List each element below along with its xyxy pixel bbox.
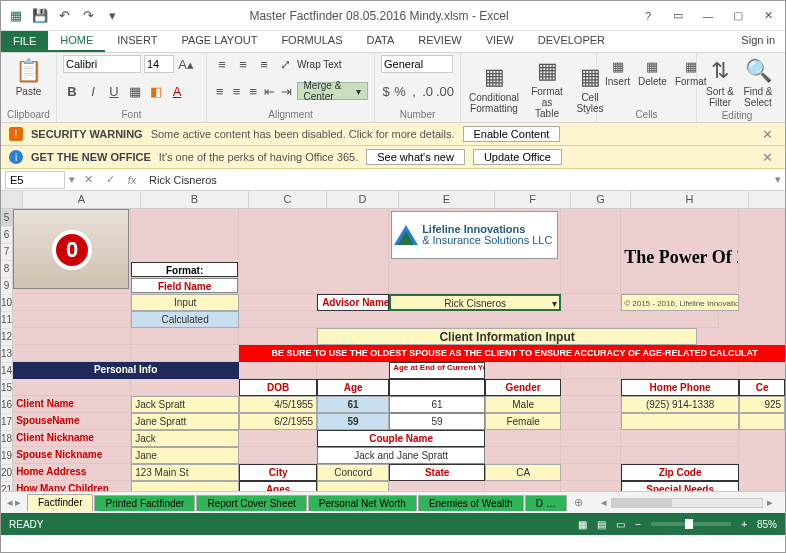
align-top-icon[interactable]: ≡: [213, 55, 231, 73]
save-icon[interactable]: 💾: [29, 5, 51, 27]
font-color-icon[interactable]: A: [168, 82, 186, 100]
align-left-icon[interactable]: ≡: [213, 82, 227, 100]
company-logo: Lifeline Innovations& Insurance Solution…: [391, 211, 558, 259]
info-icon: i: [9, 150, 23, 164]
underline-icon[interactable]: U: [105, 82, 123, 100]
group-number: Number: [381, 109, 454, 120]
help-icon[interactable]: ?: [635, 6, 661, 26]
font-size-select[interactable]: [144, 55, 174, 73]
hscroll-left-icon[interactable]: ◂: [597, 496, 611, 509]
zoom-level[interactable]: 85%: [757, 519, 777, 530]
italic-icon[interactable]: I: [84, 82, 102, 100]
delete-cells-button[interactable]: ▦Delete: [636, 55, 669, 89]
row-headers[interactable]: 5 6 7 8 9 10 11 12 13 14 15 16 17 18 19 …: [1, 209, 13, 491]
orientation-icon[interactable]: ⤢: [276, 55, 294, 73]
horizontal-scrollbar[interactable]: [611, 498, 763, 508]
select-all-corner[interactable]: [1, 191, 23, 208]
cancel-formula-icon[interactable]: ✕: [79, 173, 97, 186]
minimize-icon[interactable]: —: [695, 6, 721, 26]
align-mid-icon[interactable]: ≡: [234, 55, 252, 73]
tab-insert[interactable]: INSERT: [105, 31, 169, 52]
tab-formulas[interactable]: FORMULAS: [269, 31, 354, 52]
zoom-in-icon[interactable]: +: [741, 519, 747, 530]
qat-customize-icon[interactable]: ▾: [101, 5, 123, 27]
undo-icon[interactable]: ↶: [53, 5, 75, 27]
ribbon: 📋Paste Clipboard A▴ B I U ▦ ◧ A Font ≡ ≡…: [1, 53, 785, 123]
view-page-layout-icon[interactable]: ▤: [597, 519, 606, 530]
close-office-bar-icon[interactable]: ✕: [758, 150, 777, 165]
comma-icon[interactable]: ,: [409, 82, 419, 100]
fx-icon[interactable]: fx: [123, 174, 141, 186]
increase-font-icon[interactable]: A▴: [177, 55, 195, 73]
sheet-tab-networth[interactable]: Personal Net Worth: [308, 495, 417, 511]
close-security-bar-icon[interactable]: ✕: [758, 127, 777, 142]
tab-page-layout[interactable]: PAGE LAYOUT: [169, 31, 269, 52]
zoom-slider[interactable]: [651, 522, 731, 526]
indent-inc-icon[interactable]: ⇥: [280, 82, 294, 100]
update-office-button[interactable]: Update Office: [473, 149, 562, 165]
tab-developer[interactable]: DEVELOPER: [526, 31, 617, 52]
name-box-dropdown-icon[interactable]: ▾: [69, 173, 75, 186]
sort-filter-button[interactable]: ⇅Sort & Filter: [703, 55, 737, 110]
sheet-tab-factfinder[interactable]: Factfinder: [27, 494, 93, 512]
sheet-tab-enemies[interactable]: Enemies of Wealth: [418, 495, 524, 511]
merge-center-button[interactable]: Merge & Center ▾: [297, 82, 369, 100]
formula-input[interactable]: Rick Cisneros: [145, 174, 771, 186]
tab-home[interactable]: HOME: [48, 31, 105, 52]
name-box[interactable]: [5, 171, 65, 189]
ribbon-options-icon[interactable]: ▭: [665, 6, 691, 26]
status-ready: READY: [9, 519, 43, 530]
zoom-out-icon[interactable]: −: [635, 519, 641, 530]
dec-decimal-icon[interactable]: .00: [436, 82, 454, 100]
enable-content-button[interactable]: Enable Content: [463, 126, 561, 142]
sheet-nav-first-icon[interactable]: ◂: [7, 496, 13, 509]
maximize-icon[interactable]: ▢: [725, 6, 751, 26]
sheet-tab-printed[interactable]: Printed Factfinder: [94, 495, 195, 511]
align-right-icon[interactable]: ≡: [246, 82, 260, 100]
see-whats-new-button[interactable]: See what's new: [366, 149, 465, 165]
format-as-table-button[interactable]: ▦Format as Table: [527, 55, 567, 121]
border-icon[interactable]: ▦: [126, 82, 144, 100]
font-name-select[interactable]: [63, 55, 141, 73]
sheet-tab-more[interactable]: D …: [525, 495, 567, 511]
conditional-formatting-button[interactable]: ▦Conditional Formatting: [467, 61, 521, 116]
redo-icon[interactable]: ↷: [77, 5, 99, 27]
align-center-icon[interactable]: ≡: [230, 82, 244, 100]
tab-view[interactable]: VIEW: [474, 31, 526, 52]
percent-icon[interactable]: %: [394, 82, 406, 100]
sheet-nav-last-icon[interactable]: ▸: [15, 496, 21, 509]
new-sheet-icon[interactable]: ⊕: [568, 496, 589, 509]
get-office-bar: i GET THE NEW OFFICE It's one of the per…: [1, 146, 785, 169]
inc-decimal-icon[interactable]: .0: [422, 82, 433, 100]
hscroll-right-icon[interactable]: ▸: [763, 496, 777, 509]
column-headers[interactable]: A B C D E F G H: [1, 191, 785, 209]
align-bot-icon[interactable]: ≡: [255, 55, 273, 73]
wrap-text-button[interactable]: Wrap Text: [297, 59, 342, 70]
group-cells: Cells: [603, 109, 690, 120]
status-bar: READY ▦ ▤ ▭ − + 85%: [1, 513, 785, 535]
cells-grid[interactable]: 0 Format: Field Name Lifeline Innovation…: [13, 209, 785, 491]
currency-icon[interactable]: $: [381, 82, 391, 100]
view-normal-icon[interactable]: ▦: [578, 519, 587, 530]
paste-button[interactable]: 📋Paste: [7, 55, 50, 99]
find-select-button[interactable]: 🔍Find & Select: [741, 55, 775, 110]
view-page-break-icon[interactable]: ▭: [616, 519, 625, 530]
close-icon[interactable]: ✕: [755, 6, 781, 26]
shield-icon: !: [9, 127, 23, 141]
enter-formula-icon[interactable]: ✓: [101, 173, 119, 186]
sheet-tab-report[interactable]: Report Cover Sheet: [196, 495, 306, 511]
worksheet-area: A B C D E F G H 5 6 7 8 9 10 11 12 13 14…: [1, 191, 785, 491]
number-format-select[interactable]: [381, 55, 453, 73]
insert-cells-button[interactable]: ▦Insert: [603, 55, 632, 89]
indent-dec-icon[interactable]: ⇤: [263, 82, 277, 100]
sign-in-link[interactable]: Sign in: [731, 31, 785, 52]
tab-data[interactable]: DATA: [355, 31, 407, 52]
advisor-select[interactable]: Rick Cisneros▾: [389, 294, 561, 311]
group-font: Font: [63, 109, 200, 120]
expand-formula-bar-icon[interactable]: ▾: [775, 173, 781, 186]
fill-color-icon[interactable]: ◧: [147, 82, 165, 100]
tab-review[interactable]: REVIEW: [406, 31, 473, 52]
tab-file[interactable]: FILE: [1, 31, 48, 52]
bold-icon[interactable]: B: [63, 82, 81, 100]
security-warning-bar: ! SECURITY WARNING Some active content h…: [1, 123, 785, 146]
